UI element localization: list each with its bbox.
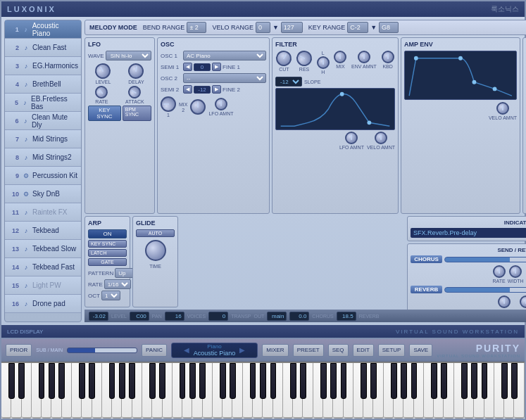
lfo-wave-select[interactable]: SIN hi-loSINSAWSQR <box>106 51 151 61</box>
black-key-5[interactable] <box>79 363 85 399</box>
preset-item-0[interactable]: 1♪Acoustic Piano <box>5 20 81 39</box>
save-btn[interactable]: SAVE <box>409 344 432 357</box>
black-key-36[interactable] <box>511 363 518 399</box>
black-key-19[interactable] <box>270 363 277 399</box>
preset-item-14[interactable]: 15♪Light PW <box>5 276 81 295</box>
prior-btn[interactable]: PRIOR <box>6 344 32 357</box>
black-key-1[interactable] <box>18 363 25 399</box>
filter-lfo-knob[interactable] <box>345 132 358 144</box>
black-key-8[interactable] <box>119 363 125 399</box>
black-key-30[interactable] <box>431 363 437 399</box>
filter-velo-knob[interactable] <box>375 132 387 144</box>
seq-btn[interactable]: SEQ <box>328 344 349 357</box>
black-key-9[interactable] <box>129 363 135 399</box>
black-key-34[interactable] <box>482 363 488 399</box>
preset-item-6[interactable]: 7♪Mid Strings <box>5 130 81 148</box>
black-key-2[interactable] <box>39 363 45 399</box>
filter-l-knob[interactable] <box>317 56 330 69</box>
preset-item-5[interactable]: 6♪Clean Mute Dly <box>5 112 81 130</box>
reverb-time-knob[interactable] <box>520 295 526 308</box>
reverb-slider[interactable] <box>444 287 526 293</box>
preset-item-3[interactable]: 4♪BrethBell <box>5 75 81 94</box>
lfo-key-sync-btn[interactable]: KEY SYNC <box>88 106 121 121</box>
chorus-slider[interactable] <box>444 257 526 262</box>
black-key-32[interactable] <box>461 363 468 399</box>
black-key-6[interactable] <box>89 363 95 399</box>
velo-min-select[interactable]: 0 <box>256 22 270 33</box>
black-key-27[interactable] <box>391 363 397 399</box>
black-key-11[interactable] <box>159 363 165 399</box>
preset-item-11[interactable]: 12♪Tekbead <box>5 222 81 240</box>
preset-btn[interactable]: PRESET <box>293 344 324 357</box>
filter-slope-select[interactable]: -12-24 <box>275 77 302 87</box>
black-key-13[interactable] <box>189 363 196 399</box>
black-key-18[interactable] <box>260 363 266 399</box>
osc-mix-knob2[interactable] <box>190 99 206 115</box>
black-key-35[interactable] <box>501 363 508 399</box>
filter-cut-knob[interactable] <box>273 48 294 69</box>
amp-velo-knob[interactable] <box>496 102 509 115</box>
filter-kbd-knob[interactable] <box>382 51 394 63</box>
preset-item-8[interactable]: 9⚙Percussion Kit <box>5 167 81 185</box>
preset-item-4[interactable]: 5♪EB.Fretless Bas <box>5 94 81 112</box>
osc-lfo-amnt-knob[interactable] <box>215 98 227 110</box>
black-key-25[interactable] <box>361 363 367 399</box>
preset-item-9[interactable]: 10⚙Sky DnB <box>5 185 81 203</box>
filter-env-knob[interactable] <box>358 51 370 63</box>
preset-item-7[interactable]: 8♪Mid Strings2 <box>5 148 81 167</box>
lfo-delay-knob[interactable] <box>127 62 145 79</box>
black-key-29[interactable] <box>411 363 418 399</box>
key-min-select[interactable]: C-2 <box>347 22 368 33</box>
edit-btn[interactable]: EDIT <box>353 344 374 357</box>
black-key-23[interactable] <box>330 363 337 399</box>
osc1-select[interactable]: AC Piano <box>183 51 266 61</box>
setup-btn[interactable]: SETUP <box>378 344 406 357</box>
arp-gate-btn[interactable]: GATE <box>88 258 127 266</box>
black-key-24[interactable] <box>341 363 347 399</box>
reverb-predelay-knob[interactable] <box>498 295 511 308</box>
osc2-select[interactable]: -- <box>183 73 266 83</box>
lfo-rate-knob[interactable] <box>93 83 111 101</box>
black-key-10[interactable] <box>149 363 156 399</box>
black-key-22[interactable] <box>320 363 327 399</box>
lfo-level-knob[interactable] <box>92 61 113 82</box>
preset-item-10[interactable]: 11♪Raintek FX <box>5 203 81 222</box>
semi1-down-btn[interactable]: ◀ <box>183 63 192 71</box>
level-slider[interactable] <box>67 348 137 353</box>
panic-btn[interactable]: PANIC <box>142 344 167 357</box>
key-max-select[interactable]: G8 <box>379 22 399 33</box>
chorus-width-knob[interactable] <box>509 265 522 278</box>
arp-oct-select[interactable]: 123 <box>101 291 120 300</box>
preset-item-2[interactable]: 3♪EG.Harmonics <box>5 57 81 75</box>
black-key-21[interactable] <box>300 363 306 399</box>
osc-mix-knob[interactable] <box>161 96 176 112</box>
lfo-attack-knob[interactable] <box>126 84 144 101</box>
black-key-33[interactable] <box>471 363 477 399</box>
black-key-17[interactable] <box>250 363 256 399</box>
black-key-16[interactable] <box>230 363 236 399</box>
black-key-4[interactable] <box>58 363 65 399</box>
arp-rate-select[interactable]: 1/161/81/4 <box>104 279 131 289</box>
semi2-down-btn[interactable]: ◀ <box>183 85 192 94</box>
velo-max-select[interactable]: 127 <box>281 22 303 33</box>
black-key-3[interactable] <box>49 363 55 399</box>
black-key-15[interactable] <box>220 363 226 399</box>
black-key-26[interactable] <box>370 363 377 399</box>
preset-item-15[interactable]: 16♪Drone pad <box>5 295 81 313</box>
black-key-28[interactable] <box>401 363 407 399</box>
preset-item-13[interactable]: 14♪Tekbead Fast <box>5 258 81 276</box>
glide-time-knob[interactable] <box>145 240 166 261</box>
black-key-0[interactable] <box>8 363 15 399</box>
semi1-up-btn[interactable]: ▶ <box>212 63 221 71</box>
display-right-arrow[interactable]: ▶ <box>239 346 245 354</box>
bend-range-select[interactable]: ± 2± 1± 4 <box>187 22 206 33</box>
mixer-btn[interactable]: MIXER <box>262 344 288 357</box>
black-key-7[interactable] <box>109 363 115 399</box>
arp-key-sync-btn[interactable]: KEY SYNC <box>88 240 127 248</box>
semi2-up-btn[interactable]: ▶ <box>212 85 221 94</box>
chorus-rate-knob[interactable] <box>493 265 506 278</box>
black-key-12[interactable] <box>180 363 186 399</box>
display-left-arrow[interactable]: ◀ <box>184 346 189 354</box>
arp-on-btn[interactable]: ON <box>88 229 127 238</box>
filter-mix-knob[interactable] <box>334 51 346 63</box>
